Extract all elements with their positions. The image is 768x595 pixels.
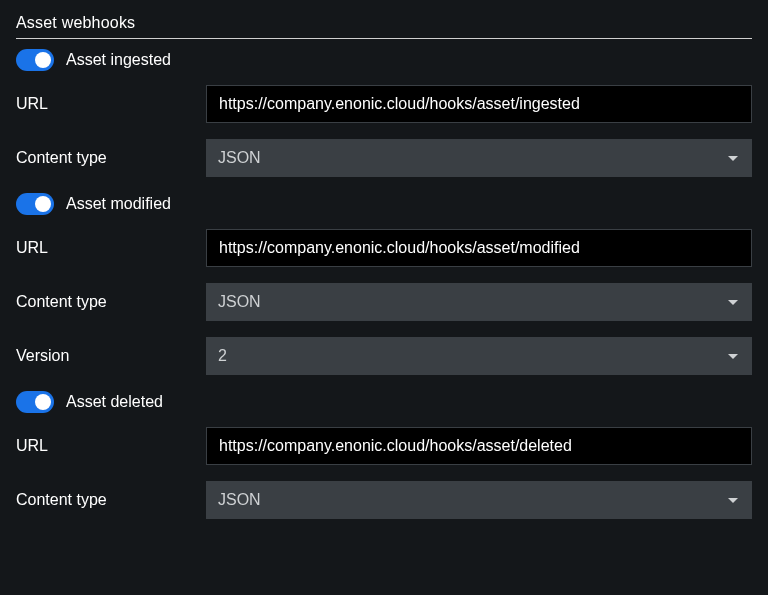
ingested-url-input[interactable]: [206, 85, 752, 123]
url-label: URL: [16, 239, 206, 257]
deleted-content-type-row: Content type JSON: [16, 481, 752, 519]
chevron-down-icon: [728, 300, 738, 305]
toggle-knob-icon: [35, 196, 51, 212]
webhook-modified-toggle-row: Asset modified: [16, 193, 752, 215]
select-value: JSON: [218, 293, 261, 311]
url-label: URL: [16, 95, 206, 113]
chevron-down-icon: [728, 354, 738, 359]
ingested-content-type-select[interactable]: JSON: [206, 139, 752, 177]
asset-deleted-toggle[interactable]: [16, 391, 54, 413]
ingested-url-row: URL: [16, 85, 752, 123]
modified-content-type-select[interactable]: JSON: [206, 283, 752, 321]
deleted-url-input[interactable]: [206, 427, 752, 465]
modified-version-select[interactable]: 2: [206, 337, 752, 375]
chevron-down-icon: [728, 498, 738, 503]
modified-url-input[interactable]: [206, 229, 752, 267]
asset-webhooks-panel: Asset webhooks Asset ingested URL Conten…: [0, 0, 768, 519]
content-type-label: Content type: [16, 293, 206, 311]
content-type-label: Content type: [16, 491, 206, 509]
asset-ingested-toggle[interactable]: [16, 49, 54, 71]
content-type-label: Content type: [16, 149, 206, 167]
toggle-knob-icon: [35, 52, 51, 68]
modified-version-row: Version 2: [16, 337, 752, 375]
asset-ingested-toggle-label: Asset ingested: [66, 51, 171, 69]
asset-modified-toggle-label: Asset modified: [66, 195, 171, 213]
modified-content-type-row: Content type JSON: [16, 283, 752, 321]
select-value: 2: [218, 347, 227, 365]
version-label: Version: [16, 347, 206, 365]
section-title: Asset webhooks: [16, 14, 752, 39]
ingested-content-type-row: Content type JSON: [16, 139, 752, 177]
deleted-content-type-select[interactable]: JSON: [206, 481, 752, 519]
url-label: URL: [16, 437, 206, 455]
asset-deleted-toggle-label: Asset deleted: [66, 393, 163, 411]
webhook-deleted-toggle-row: Asset deleted: [16, 391, 752, 413]
deleted-url-row: URL: [16, 427, 752, 465]
modified-url-row: URL: [16, 229, 752, 267]
select-value: JSON: [218, 491, 261, 509]
asset-modified-toggle[interactable]: [16, 193, 54, 215]
toggle-knob-icon: [35, 394, 51, 410]
select-value: JSON: [218, 149, 261, 167]
chevron-down-icon: [728, 156, 738, 161]
webhook-ingested-toggle-row: Asset ingested: [16, 49, 752, 71]
